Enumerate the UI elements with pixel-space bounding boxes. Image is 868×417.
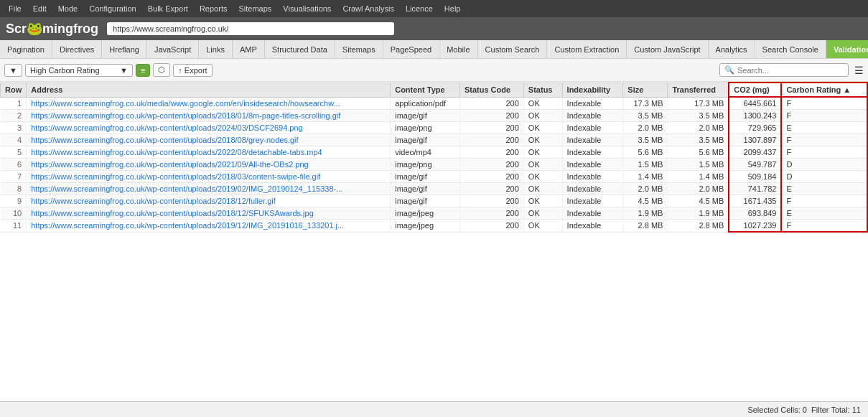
- cell-address[interactable]: https://www.screamingfrog.co.uk/wp-conte…: [27, 110, 391, 122]
- tab-custom-javascript[interactable]: Custom JavaScript: [627, 40, 708, 58]
- cell-address[interactable]: https://www.screamingfrog.co.uk/media/ww…: [27, 97, 391, 110]
- cell-status: OK: [523, 195, 562, 207]
- col-header-row[interactable]: Row: [1, 83, 27, 97]
- cell-size: 4.5 MB: [623, 195, 668, 207]
- cell-address[interactable]: https://www.screamingfrog.co.uk/wp-conte…: [27, 146, 391, 159]
- cell-status-code: 200: [459, 159, 523, 171]
- tab-validation[interactable]: Validation: [826, 40, 868, 58]
- cell-status: OK: [523, 122, 562, 134]
- url-box[interactable]: https://www.screamingfrog.co.uk/: [107, 22, 394, 35]
- tab-links[interactable]: Links: [199, 40, 233, 58]
- menu-reports[interactable]: Reports: [194, 3, 233, 14]
- cell-row: 4: [1, 134, 27, 146]
- cell-status: OK: [523, 110, 562, 122]
- cell-size: 2.8 MB: [623, 220, 668, 233]
- cell-row: 6: [1, 159, 27, 171]
- tab-javascript[interactable]: JavaScript: [147, 40, 199, 58]
- col-header-content-type[interactable]: Content Type: [391, 83, 460, 97]
- search-input[interactable]: [737, 66, 838, 75]
- logo: Scr🐸mingfrog: [6, 21, 98, 37]
- filter-select[interactable]: High Carbon Rating ▼: [25, 64, 133, 77]
- cell-indexability: Indexable: [562, 207, 623, 220]
- search-box[interactable]: 🔍: [719, 63, 849, 77]
- cell-transferred: 2.8 MB: [668, 220, 729, 233]
- cell-co2: 1307.897: [729, 134, 781, 146]
- filter-button[interactable]: ▼: [4, 64, 22, 77]
- cell-address[interactable]: https://www.screamingfrog.co.uk/wp-conte…: [27, 171, 391, 183]
- cell-carbon-rating: F: [781, 97, 867, 110]
- cell-address[interactable]: https://www.screamingfrog.co.uk/wp-conte…: [27, 134, 391, 146]
- cell-indexability: Indexable: [562, 195, 623, 207]
- cell-transferred: 3.5 MB: [668, 110, 729, 122]
- cell-address[interactable]: https://www.screamingfrog.co.uk/wp-conte…: [27, 159, 391, 171]
- col-header-carbon-rating[interactable]: Carbon Rating ▲: [781, 83, 867, 97]
- col-header-transferred[interactable]: Transferred: [668, 83, 729, 97]
- tab-search-console[interactable]: Search Console: [755, 40, 826, 58]
- menu-licence[interactable]: Licence: [400, 3, 439, 14]
- table-container: Row Address Content Type Status Code Sta…: [0, 82, 868, 401]
- tab-amp[interactable]: AMP: [233, 40, 265, 58]
- cell-co2: 729.965: [729, 122, 781, 134]
- col-header-address[interactable]: Address: [27, 83, 391, 97]
- filter-total-label: Filter Total:: [811, 406, 850, 414]
- cell-indexability: Indexable: [562, 122, 623, 134]
- tab-sitemaps[interactable]: Sitemaps: [335, 40, 383, 58]
- selected-cells-value: 0: [803, 406, 807, 414]
- data-table: Row Address Content Type Status Code Sta…: [0, 82, 868, 233]
- menu-crawl-analysis[interactable]: Crawl Analysis: [337, 3, 400, 14]
- cell-co2: 741.782: [729, 183, 781, 195]
- tab-analytics[interactable]: Analytics: [709, 40, 755, 58]
- export-button[interactable]: ↑ Export: [173, 64, 212, 77]
- list-view-button[interactable]: ≡: [136, 64, 150, 77]
- tab-pagination[interactable]: Pagination: [0, 40, 52, 58]
- menu-mode[interactable]: Mode: [52, 3, 84, 14]
- cell-content-type: image/gif: [391, 195, 460, 207]
- tab-directives[interactable]: Directives: [52, 40, 102, 58]
- filter-bar: ▼ High Carbon Rating ▼ ≡ ⬡ ↑ Export 🔍 ☰: [0, 59, 868, 82]
- cell-carbon-rating: E: [781, 122, 867, 134]
- cell-size: 3.5 MB: [623, 110, 668, 122]
- cell-address[interactable]: https://www.screamingfrog.co.uk/wp-conte…: [27, 195, 391, 207]
- menu-sitemaps[interactable]: Sitemaps: [233, 3, 277, 14]
- tab-custom-extraction[interactable]: Custom Extraction: [547, 40, 627, 58]
- cell-row: 5: [1, 146, 27, 159]
- cell-address[interactable]: https://www.screamingfrog.co.uk/wp-conte…: [27, 183, 391, 195]
- tab-custom-search[interactable]: Custom Search: [478, 40, 548, 58]
- col-header-status[interactable]: Status: [523, 83, 562, 97]
- menu-file[interactable]: File: [3, 3, 27, 14]
- cell-co2: 1671.435: [729, 195, 781, 207]
- menu-edit[interactable]: Edit: [27, 3, 52, 14]
- cell-status-code: 200: [459, 195, 523, 207]
- col-header-co2[interactable]: CO2 (mg): [729, 83, 781, 97]
- tab-mobile[interactable]: Mobile: [439, 40, 477, 58]
- cell-address[interactable]: https://www.screamingfrog.co.uk/wp-conte…: [27, 220, 391, 233]
- cell-status: OK: [523, 183, 562, 195]
- cell-status-code: 200: [459, 183, 523, 195]
- export-label: ↑ Export: [178, 66, 207, 75]
- cell-status: OK: [523, 159, 562, 171]
- table-row: 8 https://www.screamingfrog.co.uk/wp-con…: [1, 183, 868, 195]
- menu-help[interactable]: Help: [439, 3, 467, 14]
- tree-view-button[interactable]: ⬡: [153, 63, 170, 77]
- cell-address[interactable]: https://www.screamingfrog.co.uk/wp-conte…: [27, 122, 391, 134]
- cell-co2: 693.849: [729, 207, 781, 220]
- col-header-status-code[interactable]: Status Code: [459, 83, 523, 97]
- table-row: 2 https://www.screamingfrog.co.uk/wp-con…: [1, 110, 868, 122]
- search-filter-icon[interactable]: ☰: [854, 65, 864, 76]
- cell-co2: 2099.437: [729, 146, 781, 159]
- col-header-size[interactable]: Size: [623, 83, 668, 97]
- menu-bulk-export[interactable]: Bulk Export: [142, 3, 194, 14]
- tab-hreflang[interactable]: Hreflang: [102, 40, 147, 58]
- cell-content-type: video/mp4: [391, 146, 460, 159]
- cell-transferred: 2.0 MB: [668, 122, 729, 134]
- menu-visualisations[interactable]: Visualisations: [277, 3, 337, 14]
- menu-bar: File Edit Mode Configuration Bulk Export…: [0, 0, 868, 17]
- tab-structured-data[interactable]: Structured Data: [265, 40, 335, 58]
- table-row: 4 https://www.screamingfrog.co.uk/wp-con…: [1, 134, 868, 146]
- filter-icon: ▼: [9, 66, 17, 75]
- col-header-indexability[interactable]: Indexability: [562, 83, 623, 97]
- tab-pagespeed[interactable]: PageSpeed: [383, 40, 440, 58]
- menu-configuration[interactable]: Configuration: [83, 3, 141, 14]
- cell-address[interactable]: https://www.screamingfrog.co.uk/wp-conte…: [27, 207, 391, 220]
- cell-carbon-rating: E: [781, 183, 867, 195]
